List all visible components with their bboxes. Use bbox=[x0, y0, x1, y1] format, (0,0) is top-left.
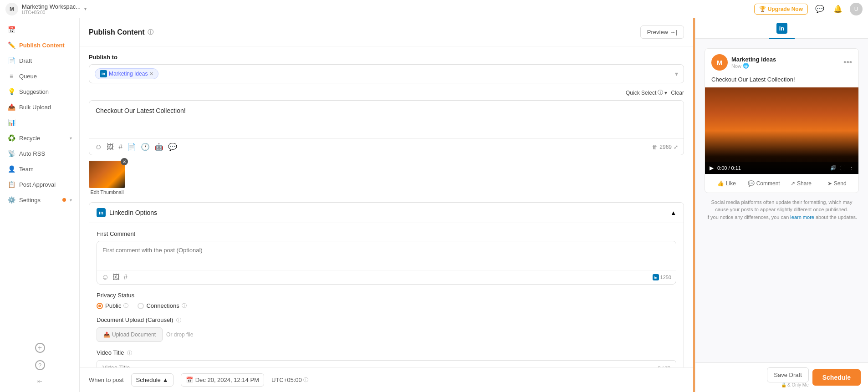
publish-tag[interactable]: in Marketing Ideas ✕ bbox=[95, 68, 158, 79]
sidebar-item-team[interactable]: 👤 Team bbox=[0, 161, 79, 177]
upgrade-button[interactable]: 🏆 Upgrade Now bbox=[754, 4, 808, 15]
sidebar-collapse-button[interactable]: ⇤ bbox=[0, 374, 79, 388]
post-card-name: Marketing Ideas bbox=[731, 56, 843, 63]
message-icon[interactable]: 💬 bbox=[168, 143, 177, 151]
timezone-button[interactable]: UTC+05:00 ⓘ bbox=[271, 377, 308, 383]
help-button[interactable]: ? bbox=[0, 356, 80, 374]
emoji-icon[interactable]: ☺ bbox=[95, 143, 102, 151]
share-button[interactable]: ↗ Share bbox=[784, 178, 818, 189]
settings-expand-icon: ▾ bbox=[70, 198, 72, 203]
schedule-select[interactable]: Schedule ▲ bbox=[131, 373, 174, 387]
privacy-public-option[interactable]: Public ⓘ bbox=[97, 302, 128, 309]
settings-badge bbox=[62, 198, 66, 202]
disclaimer: Social media platforms often update thei… bbox=[705, 199, 859, 221]
fullscreen-icon[interactable]: ⛶ bbox=[840, 165, 845, 171]
tag-close-icon[interactable]: ✕ bbox=[149, 71, 153, 77]
date-button[interactable]: 📅 Dec 20, 2024, 12:14 PM bbox=[181, 373, 264, 387]
sidebar-item-calendar[interactable]: 📅 bbox=[0, 22, 79, 37]
clock-icon[interactable]: 🕐 bbox=[141, 143, 150, 151]
sidebar-item-suggestion[interactable]: 💡 Suggestion bbox=[0, 84, 79, 99]
document-upload-section: Document Upload (Carousel) ⓘ 📤 Upload Do… bbox=[97, 316, 676, 342]
linkedin-options-collapse-icon[interactable]: ▲ bbox=[670, 209, 676, 216]
thumbnail-label[interactable]: Edit Thumbnail bbox=[89, 189, 125, 195]
doc-upload-info-icon[interactable]: ⓘ bbox=[176, 317, 181, 323]
video-title-info-icon[interactable]: ⓘ bbox=[127, 350, 132, 356]
privacy-public-label: Public bbox=[105, 302, 121, 309]
comment-hashtag-icon[interactable]: # bbox=[123, 273, 128, 281]
image-icon[interactable]: 🖼 bbox=[107, 143, 114, 151]
messages-icon[interactable]: 💬 bbox=[813, 3, 826, 15]
timezone-info-icon[interactable]: ⓘ bbox=[303, 377, 308, 383]
draft-icon: 📄 bbox=[7, 57, 15, 64]
preview-tab-linkedin[interactable]: in bbox=[769, 18, 795, 39]
comment-emoji-icon[interactable]: ☺ bbox=[102, 273, 109, 281]
preview-button[interactable]: Preview →| bbox=[640, 25, 684, 39]
video-more-icon[interactable]: ⋮ bbox=[849, 165, 854, 171]
sidebar-item-analytics[interactable]: 📊 bbox=[0, 115, 79, 130]
privacy-public-info-icon[interactable]: ⓘ bbox=[123, 302, 128, 309]
like-button[interactable]: 👍 Like bbox=[710, 178, 744, 189]
like-icon: 👍 bbox=[717, 180, 724, 187]
sidebar-item-recycle[interactable]: ♻️ Recycle ▾ bbox=[0, 130, 79, 146]
volume-icon[interactable]: 🔊 bbox=[830, 165, 837, 171]
post-card-menu-icon[interactable]: ••• bbox=[843, 58, 852, 67]
panel-title-info-icon[interactable]: ⓘ bbox=[148, 28, 153, 36]
post-video: ▶ 0:00 / 0:11 🔊 ⛶ ⋮ bbox=[705, 87, 858, 174]
trash-icon[interactable]: 🗑 bbox=[652, 144, 658, 150]
sidebar-item-settings[interactable]: ⚙️ Settings ▾ bbox=[0, 192, 79, 208]
thumbnail-image bbox=[89, 161, 125, 188]
publish-to-dropdown-icon[interactable]: ▾ bbox=[675, 70, 678, 77]
post-approval-icon: 📋 bbox=[7, 181, 15, 188]
privacy-public-radio[interactable] bbox=[97, 303, 103, 309]
sidebar-item-bulk-upload[interactable]: 📤 Bulk Upload bbox=[0, 99, 79, 115]
send-button[interactable]: ➤ Send bbox=[820, 178, 854, 189]
thumbnail-close-button[interactable]: ✕ bbox=[121, 158, 128, 165]
clear-button[interactable]: Clear bbox=[671, 90, 684, 96]
workspace-chevron-icon[interactable]: ▾ bbox=[84, 6, 87, 11]
sidebar-item-queue[interactable]: ≡ Queue bbox=[0, 68, 79, 84]
sidebar-item-publish-label: Publish Content bbox=[19, 42, 72, 49]
ai-icon[interactable]: 🤖 bbox=[154, 143, 163, 151]
hashtag-icon[interactable]: # bbox=[118, 143, 123, 151]
quick-select-info-icon[interactable]: ⓘ bbox=[658, 89, 663, 97]
first-comment-textarea[interactable] bbox=[97, 241, 676, 269]
comment-image-icon[interactable]: 🖼 bbox=[112, 273, 120, 281]
add-button[interactable]: + bbox=[0, 339, 80, 356]
privacy-connections-option[interactable]: Connections ⓘ bbox=[138, 302, 186, 309]
sidebar-item-publish[interactable]: ✏️ Publish Content bbox=[0, 37, 79, 53]
publish-to-tags: in Marketing Ideas ✕ bbox=[95, 68, 675, 79]
content-area: Publish Content ⓘ Preview →| Publish to … bbox=[80, 18, 868, 392]
doc-upload-label: Document Upload (Carousel) ⓘ bbox=[97, 316, 676, 324]
send-label: Send bbox=[834, 180, 847, 187]
privacy-connections-radio[interactable] bbox=[138, 303, 144, 309]
notifications-icon[interactable]: 🔔 bbox=[832, 3, 844, 15]
post-textarea[interactable] bbox=[89, 101, 684, 137]
document-icon[interactable]: 📄 bbox=[127, 143, 136, 151]
settings-icon: ⚙️ bbox=[7, 196, 15, 204]
recycle-expand-icon: ▾ bbox=[70, 136, 72, 141]
video-time: 0:00 / 0:11 bbox=[717, 165, 827, 171]
play-button[interactable]: ▶ bbox=[710, 165, 714, 171]
user-avatar[interactable]: U bbox=[850, 3, 863, 15]
sidebar-item-auto-rss[interactable]: 📡 Auto RSS bbox=[0, 146, 79, 161]
video-title-label: Video Title ⓘ bbox=[97, 349, 676, 356]
quick-select-chevron-icon[interactable]: ▾ bbox=[664, 90, 667, 96]
privacy-connections-info-icon[interactable]: ⓘ bbox=[182, 302, 187, 309]
comment-button[interactable]: 💬 Comment bbox=[745, 178, 782, 189]
learn-more-link[interactable]: learn more bbox=[790, 214, 814, 220]
upload-document-button[interactable]: 📤 Upload Document bbox=[97, 327, 163, 342]
save-draft-button[interactable]: Save Draft bbox=[767, 367, 808, 382]
panel-body: Publish to in Marketing Ideas ✕ ▾ Quick bbox=[80, 46, 693, 367]
send-icon: ➤ bbox=[827, 180, 832, 187]
char-count-value: 2969 bbox=[659, 144, 672, 150]
radio-group: Public ⓘ Connections ⓘ bbox=[97, 302, 676, 309]
linkedin-options-header[interactable]: in LinkedIn Options ▲ bbox=[89, 203, 684, 223]
schedule-button[interactable]: Schedule bbox=[812, 369, 861, 386]
preview-body: M Marketing Ideas Now 🌐 ••• Checkout Our… bbox=[695, 39, 868, 362]
schedule-chevron-icon: ▲ bbox=[163, 377, 168, 383]
video-title-input[interactable] bbox=[102, 364, 658, 367]
post-card-time: Now 🌐 bbox=[731, 63, 843, 69]
sidebar-item-draft[interactable]: 📄 Draft bbox=[0, 53, 79, 68]
sidebar-item-post-approval[interactable]: 📋 Post Approval bbox=[0, 177, 79, 192]
expand-icon[interactable]: ⤢ bbox=[674, 144, 678, 150]
